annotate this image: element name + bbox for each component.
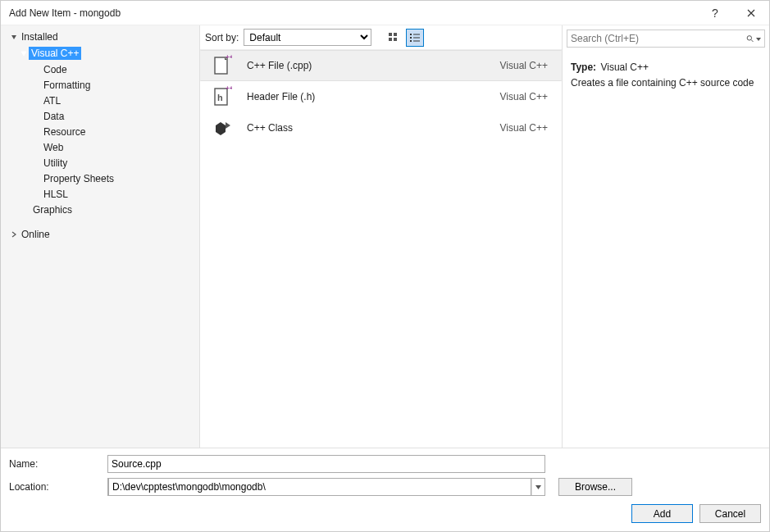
location-dropdown-button[interactable] bbox=[531, 479, 544, 495]
category-sidebar: Installed Visual C++ Code Formatting ATL… bbox=[1, 25, 200, 448]
tree-sub-item[interactable]: HLSL bbox=[1, 186, 199, 202]
search-icon[interactable] bbox=[746, 33, 761, 44]
main-content: Installed Visual C++ Code Formatting ATL… bbox=[1, 25, 769, 448]
bottom-form: Name: Location: Browse... Add Cancel bbox=[1, 448, 769, 531]
tree-sub-item[interactable]: Utility bbox=[1, 155, 199, 171]
tree-sub-item[interactable]: Formatting bbox=[1, 77, 199, 93]
window-title: Add New Item - mongodb bbox=[9, 7, 697, 19]
svg-rect-2 bbox=[389, 38, 392, 41]
title-bar: Add New Item - mongodb ? bbox=[1, 1, 769, 25]
caret-down-icon bbox=[11, 31, 19, 43]
svg-rect-5 bbox=[413, 34, 420, 34]
template-list-panel: Sort by: Default bbox=[200, 25, 562, 448]
detail-type-value: Visual C++ bbox=[600, 61, 648, 73]
svg-rect-1 bbox=[394, 33, 397, 36]
chevron-down-icon bbox=[756, 33, 761, 44]
help-button[interactable]: ? bbox=[697, 1, 733, 25]
browse-button[interactable]: Browse... bbox=[558, 478, 632, 496]
svg-rect-8 bbox=[410, 40, 412, 42]
svg-rect-6 bbox=[410, 37, 412, 39]
svg-rect-4 bbox=[410, 34, 412, 35]
toolbar: Sort by: Default bbox=[200, 25, 562, 50]
search-input[interactable] bbox=[571, 33, 746, 44]
detail-type-label: Type: bbox=[571, 61, 596, 73]
tree-online[interactable]: Online bbox=[1, 226, 199, 243]
svg-point-15 bbox=[747, 35, 751, 39]
tree-sub-item[interactable]: Property Sheets bbox=[1, 171, 199, 186]
tree-visual-cpp[interactable]: Visual C++ bbox=[1, 45, 199, 61]
svg-rect-0 bbox=[389, 33, 392, 36]
tree-sub-item[interactable]: Resource bbox=[1, 124, 199, 139]
location-input[interactable] bbox=[108, 478, 531, 496]
add-button[interactable]: Add bbox=[631, 504, 693, 523]
detail-panel: Type: Visual C++ Creates a file containi… bbox=[562, 25, 769, 448]
tree-sub-item[interactable]: ATL bbox=[1, 93, 199, 108]
detail-description: Creates a file containing C++ source cod… bbox=[571, 75, 761, 91]
tree-graphics[interactable]: Graphics bbox=[1, 202, 199, 218]
tree-sub-item[interactable]: Web bbox=[1, 139, 199, 155]
svg-rect-7 bbox=[413, 37, 420, 38]
template-list: ++ C++ File (.cpp) Visual C++ h ++ Heade… bbox=[200, 50, 562, 448]
cpp-file-icon: ++ bbox=[211, 54, 234, 77]
svg-rect-3 bbox=[394, 38, 397, 41]
svg-text:h: h bbox=[217, 93, 223, 102]
header-file-icon: h ++ bbox=[211, 85, 234, 108]
caret-right-icon bbox=[11, 229, 19, 240]
name-label: Name: bbox=[9, 458, 107, 470]
caret-down-icon bbox=[21, 48, 29, 59]
cancel-button[interactable]: Cancel bbox=[699, 504, 761, 523]
view-list-button[interactable] bbox=[406, 29, 424, 47]
sort-by-select[interactable]: Default bbox=[244, 29, 371, 46]
template-item-cpp-class[interactable]: C++ Class Visual C++ bbox=[200, 112, 562, 143]
search-box[interactable] bbox=[567, 30, 765, 48]
svg-text:++: ++ bbox=[226, 86, 232, 92]
close-button[interactable] bbox=[733, 1, 769, 25]
location-combo[interactable] bbox=[107, 478, 545, 496]
sort-by-label: Sort by: bbox=[205, 32, 239, 43]
svg-line-16 bbox=[751, 39, 753, 41]
cpp-class-icon bbox=[211, 116, 234, 139]
svg-rect-9 bbox=[413, 40, 420, 41]
name-input[interactable] bbox=[107, 455, 545, 473]
view-tiles-button[interactable] bbox=[385, 29, 403, 47]
template-item-cpp-file[interactable]: ++ C++ File (.cpp) Visual C++ bbox=[200, 50, 562, 81]
tree-installed[interactable]: Installed bbox=[1, 29, 199, 45]
tree-sub-item[interactable]: Code bbox=[1, 61, 199, 77]
template-item-header-file[interactable]: h ++ Header File (.h) Visual C++ bbox=[200, 81, 562, 112]
detail-text: Type: Visual C++ Creates a file containi… bbox=[563, 50, 769, 101]
location-label: Location: bbox=[9, 481, 107, 493]
tree-sub-item[interactable]: Data bbox=[1, 108, 199, 124]
svg-text:++: ++ bbox=[226, 55, 232, 61]
